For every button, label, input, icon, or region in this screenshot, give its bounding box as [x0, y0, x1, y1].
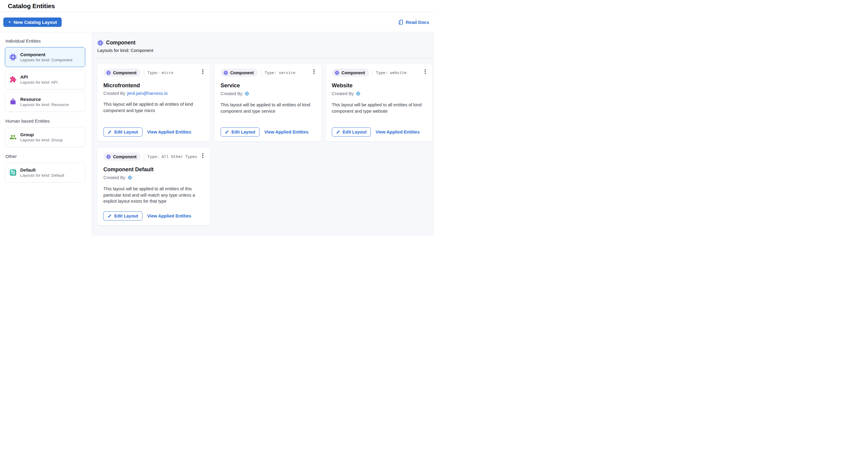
kind-badge: Component	[103, 153, 141, 161]
pencil-icon	[336, 130, 340, 134]
kebab-menu-icon[interactable]	[200, 68, 205, 75]
layout-card-service: Component Type: service Service Created …	[215, 64, 321, 141]
layout-description: This layout will be applied to all entit…	[332, 102, 428, 114]
edit-layout-button[interactable]: Edit Layout	[221, 128, 259, 137]
sidebar-item-title: Group	[20, 132, 63, 137]
sidebar-item-title: Resource	[20, 97, 69, 102]
layout-description: This layout will be applied to all entit…	[103, 101, 199, 113]
new-catalog-layout-button[interactable]: + New Catalog Layout	[3, 18, 62, 27]
vertical-divider	[261, 69, 261, 77]
harness-logo-icon	[355, 91, 361, 96]
section-label: Individual Entities	[5, 38, 85, 43]
edit-layout-button[interactable]: Edit Layout	[103, 211, 142, 221]
sidebar-item-title: API	[20, 74, 58, 79]
puzzle-icon	[9, 76, 17, 83]
layouts-panel: Component Layouts for kind: Component Co…	[92, 32, 434, 236]
component-chip-icon	[97, 40, 103, 46]
harness-logo-icon	[127, 175, 133, 180]
toolbar: + New Catalog Layout Read Docs	[0, 12, 434, 32]
sidebar-item-api[interactable]: API Layouts for kind: API	[5, 69, 85, 90]
layout-description: This layout will be applied to all entit…	[221, 102, 316, 114]
read-docs-label: Read Docs	[406, 20, 429, 25]
view-applied-entities-link[interactable]: View Applied Entities	[265, 130, 309, 134]
sidebar-item-subtitle: Layouts for kind: Default	[20, 173, 64, 178]
created-by-label: Created By	[103, 175, 125, 180]
sidebar-item-subtitle: Layouts for kind: Component	[20, 58, 72, 62]
layout-card-component-default: Component Type: All Other Types Componen…	[97, 148, 210, 225]
layout-description: This layout will be applied to all entit…	[103, 186, 199, 204]
catalog-entities-page: Catalog Entities + New Catalog Layout Re…	[0, 0, 434, 236]
kind-badge: Component	[221, 69, 258, 77]
type-text: Type: website	[376, 70, 407, 75]
vertical-divider	[144, 153, 144, 161]
layout-card-website: Component Type: website Website Created …	[326, 64, 433, 141]
sidebar-item-subtitle: Layouts for kind: Group	[20, 138, 63, 142]
sidebar-item-component[interactable]: Component Layouts for kind: Component	[5, 47, 85, 67]
kebab-menu-icon[interactable]	[200, 152, 205, 159]
edit-layout-button[interactable]: Edit Layout	[332, 128, 371, 137]
pencil-icon	[225, 130, 229, 134]
component-chip-icon	[106, 154, 111, 159]
component-chip-icon	[9, 54, 17, 61]
content-split: Individual Entities Component Layouts fo…	[0, 32, 434, 236]
kebab-menu-icon[interactable]	[423, 68, 428, 75]
read-docs-link[interactable]: Read Docs	[398, 19, 429, 25]
badge-label: Component	[342, 70, 365, 75]
vertical-divider	[372, 69, 373, 77]
sidebar-item-group[interactable]: Group Layouts for kind: Group	[5, 127, 85, 147]
sidebar-item-subtitle: Layouts for kind: API	[20, 80, 58, 85]
view-applied-entities-link[interactable]: View Applied Entities	[147, 213, 191, 218]
people-icon	[9, 134, 17, 141]
component-chip-icon	[335, 70, 339, 75]
new-catalog-layout-label: New Catalog Layout	[13, 20, 57, 25]
kind-heading: Component	[106, 40, 135, 46]
layout-title: Website	[332, 82, 428, 89]
layout-title: Service	[221, 82, 316, 89]
kinds-sidebar: Individual Entities Component Layouts fo…	[0, 32, 92, 236]
layout-title: Microfrontend	[103, 82, 205, 89]
kind-subheading: Layouts for kind: Component	[97, 48, 433, 53]
sidebar-section-individual: Individual Entities Component Layouts fo…	[5, 38, 85, 112]
doc-arrow-icon	[398, 19, 403, 25]
section-label: Other	[5, 154, 85, 159]
kind-badge: Component	[332, 69, 369, 77]
created-by-label: Created By	[221, 91, 243, 96]
briefcase-icon	[9, 98, 17, 105]
sliders-icon	[9, 169, 17, 176]
layout-card-microfrontend: Component Type: micro Microfrontend Crea…	[97, 64, 210, 141]
sidebar-item-title: Default	[20, 167, 64, 172]
view-applied-entities-link[interactable]: View Applied Entities	[376, 130, 420, 134]
type-text: Type: service	[265, 70, 296, 75]
section-label: Human based Entities	[5, 119, 85, 124]
created-by-label: Created By	[103, 91, 125, 96]
pencil-icon	[107, 130, 112, 134]
sidebar-item-subtitle: Layouts for kind: Resource	[20, 102, 69, 107]
component-chip-icon	[223, 70, 228, 75]
badge-label: Component	[230, 70, 254, 75]
kind-badge: Component	[103, 69, 141, 77]
view-applied-entities-link[interactable]: View Applied Entities	[147, 130, 191, 134]
harness-logo-icon	[244, 91, 250, 96]
page-title: Catalog Entities	[8, 2, 55, 10]
sidebar-item-title: Component	[20, 52, 72, 57]
kebab-menu-icon[interactable]	[312, 68, 316, 75]
created-by-link[interactable]: jenil.jain@harness.io	[127, 91, 168, 96]
type-text: Type: micro	[148, 70, 174, 75]
layout-cards-grid: Component Type: micro Microfrontend Crea…	[97, 64, 433, 225]
badge-label: Component	[113, 154, 136, 159]
pencil-icon	[107, 214, 112, 218]
sidebar-item-resource[interactable]: Resource Layouts for kind: Resource	[5, 92, 85, 112]
badge-label: Component	[113, 70, 136, 75]
sidebar-section-human: Human based Entities Group Layouts for k…	[5, 119, 85, 147]
edit-layout-button[interactable]: Edit Layout	[103, 128, 142, 137]
component-chip-icon	[106, 70, 111, 75]
type-text: Type: All Other Types	[148, 154, 197, 159]
vertical-divider	[144, 69, 144, 77]
kind-header: Component	[97, 40, 433, 46]
divider	[97, 58, 433, 58]
layout-title: Component Default	[103, 166, 205, 173]
sidebar-item-default[interactable]: Default Layouts for kind: Default	[5, 163, 85, 182]
created-by-label: Created By	[332, 91, 354, 96]
top-bar: Catalog Entities	[0, 0, 434, 12]
plus-icon: +	[8, 19, 11, 25]
